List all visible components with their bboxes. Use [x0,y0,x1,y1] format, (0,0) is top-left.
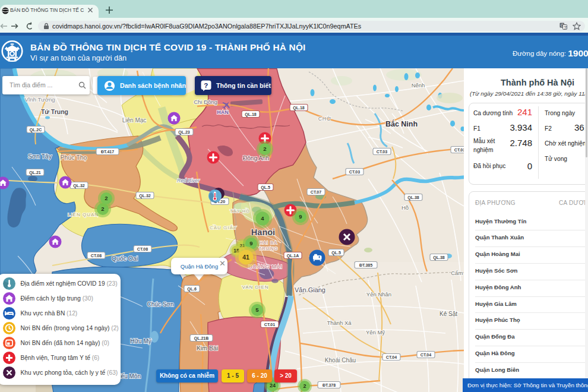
svg-text:QL.38: QL.38 [433,255,445,260]
svg-text:?: ? [204,81,208,88]
svg-text:2: 2 [303,383,306,389]
svg-text:CT.08: CT.08 [91,253,102,257]
svg-text:Nếnh: Nếnh [412,82,425,88]
svg-text:QL.1A: QL.1A [287,253,299,258]
svg-text:CT.04: CT.04 [421,352,431,356]
svg-text:HAI BA: HAI BA [260,240,278,245]
svg-text:Tứ Trung: Tứ Trung [41,108,68,115]
svg-text:Hồ: Hồ [402,204,409,211]
svg-text:QL.38: QL.38 [407,195,419,200]
svg-text:CT.04: CT.04 [386,355,397,359]
svg-text:5: 5 [255,306,259,313]
svg-text:QL.5: QL.5 [261,185,270,189]
svg-text:9: 9 [249,240,252,246]
svg-text:QL.6: QL.6 [187,286,197,291]
svg-text:TRƯNG: TRƯNG [259,246,279,251]
svg-text:TÂY HỒ: TÂY HỒ [230,208,250,214]
svg-text:CT.03: CT.03 [377,149,387,153]
svg-text:QL.18: QL.18 [293,105,305,110]
svg-text:24: 24 [270,382,276,388]
svg-text:Kẻ Sặt: Kẻ Sặt [440,311,457,317]
svg-text:4: 4 [261,215,264,222]
svg-text:Thành Xá: Thành Xá [327,320,352,326]
svg-text:LIÊN QUAN: LIÊN QUAN [68,212,99,217]
svg-text:文: 文 [564,25,567,29]
svg-text:Red River: Red River [177,178,200,184]
svg-text:CHỜ: CHỜ [318,116,332,122]
svg-text:Yên Mỹ: Yên Mỹ [366,329,385,336]
svg-text:Quốc Oai: Quốc Oai [112,255,138,262]
svg-text:QL.18: QL.18 [245,112,257,116]
svg-text:Liên Mạc: Liên Mạc [122,117,147,124]
svg-text:QL.2C: QL.2C [30,127,42,132]
svg-text:Hữu Mỹ: Hữu Mỹ [130,338,151,344]
svg-text:ĐT.378: ĐT.378 [323,382,336,387]
svg-text:CT.08: CT.08 [137,246,148,251]
svg-text:Văn Giang: Văn Giang [295,286,325,293]
svg-text:ĐT.385: ĐT.385 [359,263,372,267]
svg-text:ĐT.417: ĐT.417 [101,149,114,153]
svg-text:Phúc Thọ: Phúc Thọ [61,154,87,161]
svg-text:41: 41 [242,253,249,260]
svg-text:Khoái Châu: Khoái Châu [325,357,356,363]
svg-text:2: 2 [263,146,266,152]
svg-text:QL.32: QL.32 [73,183,85,188]
svg-text:CT.07: CT.07 [311,189,321,194]
svg-text:CẦU GIẤY: CẦU GIẤY [210,225,237,230]
svg-text:HAN: HAN [217,109,229,115]
svg-text:Vĩnh Tường: Vĩnh Tường [25,96,55,103]
svg-text:QL.32: QL.32 [139,193,151,198]
svg-text:CT.03: CT.03 [349,169,360,173]
svg-text:Sơn Tây: Sơn Tây [28,153,52,160]
svg-text:2: 2 [101,206,104,212]
svg-text:Chi Đông: Chi Đông [194,99,217,105]
svg-text:2: 2 [105,195,108,201]
svg-text:Hanoi: Hanoi [251,227,275,237]
svg-text:QL.21: QL.21 [29,170,41,175]
svg-text:9: 9 [299,213,302,220]
svg-text:Bắc Ninh: Bắc Ninh [385,119,418,128]
svg-text:QL.23: QL.23 [178,129,190,134]
svg-text:QL.21B: QL.21B [194,336,209,340]
svg-text:Chúc Sơn: Chúc Sơn [147,301,174,308]
svg-text:QL.5: QL.5 [331,250,341,255]
svg-text:VAN DIEN: VAN DIEN [242,284,268,290]
svg-text:CT.01: CT.01 [264,322,275,326]
svg-text:Kim Bài: Kim Bài [197,344,218,352]
svg-text:Yên Nhân: Yên Nhân [366,291,391,298]
